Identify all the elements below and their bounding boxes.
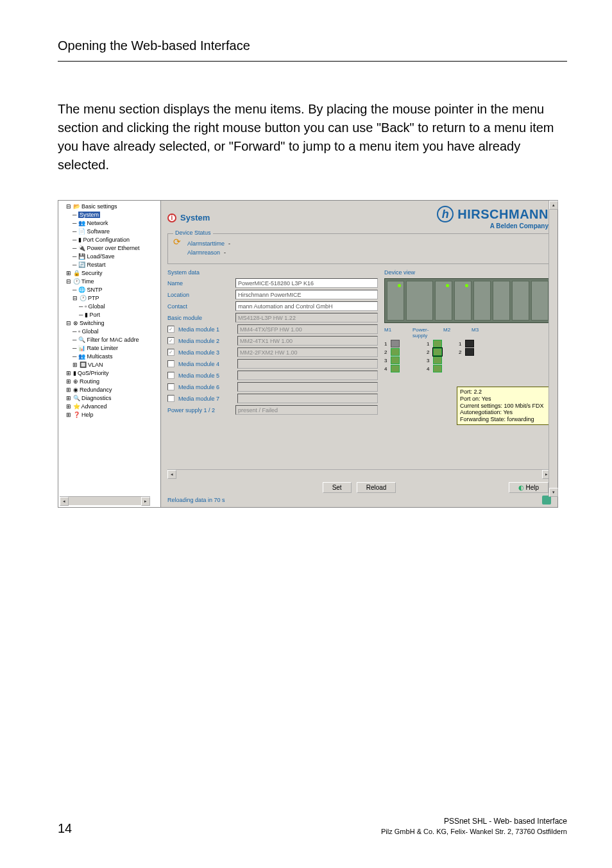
port-m1-3[interactable] (391, 356, 400, 364)
info-icon: i (167, 213, 176, 222)
mm2-input (237, 336, 378, 346)
alarm-reason-label: Alarmreason (187, 249, 220, 256)
mm7-label: Media module 7 (178, 396, 234, 402)
mm3-check[interactable]: ✓ (167, 349, 174, 356)
tree-scrollbar-h[interactable]: ◂ ▸ (60, 496, 150, 505)
tree-multicasts[interactable]: ─ 👥 Multicasts (72, 353, 159, 361)
reload-button[interactable]: Reload (357, 482, 396, 493)
port-m2-1[interactable] (433, 340, 442, 347)
location-input[interactable] (235, 290, 378, 299)
mm6-check[interactable] (167, 383, 174, 390)
nav-tree-panel: ⊟ 📂 Basic settings ─ System ─ 👥 Network … (58, 201, 161, 507)
mm3-label: Media module 3 (178, 349, 234, 356)
port-m2-2[interactable] (433, 348, 442, 356)
port-m1-1[interactable] (391, 340, 400, 347)
mm6-label: Media module 6 (178, 384, 234, 390)
tree-advanced[interactable]: ⊞ ⭐ Advanced (66, 403, 159, 411)
tree-software[interactable]: ─ 📄 Software (72, 228, 159, 236)
tree-ptp[interactable]: ⊟ 🕐 PTP ─ ▫ Global ─ ▮ Port (72, 294, 159, 319)
mm1-check[interactable]: ✓ (167, 326, 174, 333)
basic-module-label: Basic module (167, 315, 232, 321)
tree-security[interactable]: ⊞ 🔒 Security (66, 269, 159, 278)
tree-qos[interactable]: ⊞ ▮ QoS/Priority (66, 369, 159, 378)
port-m3-1[interactable] (465, 340, 474, 347)
tree-filter-mac[interactable]: ─ 🔍 Filter for MAC addre (72, 336, 159, 344)
device-chassis (384, 278, 551, 323)
page-number: 14 (58, 821, 72, 836)
mm4-label: Media module 4 (178, 361, 234, 367)
tree-routing[interactable]: ⊞ ⊕ Routing (66, 378, 159, 386)
port-m2-3[interactable] (433, 356, 442, 364)
content-scroll-down[interactable]: ▾ (549, 488, 558, 497)
tree-ptp-port[interactable]: ─ ▮ Port (79, 311, 159, 319)
port-m3-2[interactable] (465, 348, 474, 356)
help-button[interactable]: ◐ Help (509, 482, 548, 493)
mm1-label: Media module 1 (178, 326, 234, 333)
ps-label: Power supply 1 / 2 (167, 407, 232, 413)
mm4-input (237, 359, 378, 369)
contact-label: Contact (167, 303, 232, 310)
content-scroll-up[interactable]: ▴ (549, 201, 558, 210)
tooltip-autoneg: Autonegotiation: Yes (460, 409, 547, 416)
system-data-title: System data (167, 269, 378, 276)
tree-time[interactable]: ⊟ 🕐 Time ─ 🌐 SNTP ⊟ 🕐 PTP ─ ▫ Global ─ ▮… (66, 278, 159, 319)
content-scroll-left[interactable]: ◂ (167, 470, 176, 479)
mm5-label: Media module 5 (178, 372, 234, 379)
device-view-section: Device view M1 Power- (384, 269, 551, 468)
contact-input[interactable] (235, 301, 378, 311)
tree-network[interactable]: ─ 👥 Network (72, 219, 159, 228)
tree-switching[interactable]: ⊟ ⊗ Switching ─ ▫ Global ─ 🔍 Filter for … (66, 319, 159, 369)
brand-subtitle: A Belden Company (437, 222, 548, 230)
set-button[interactable]: Set (323, 482, 352, 493)
device-status-section: Device Status Alarmstarttime - Alarmreas… (167, 233, 551, 264)
device-view-title: Device view (384, 269, 551, 276)
tree-scroll-left[interactable]: ◂ (60, 497, 69, 506)
tooltip-port-on: Port on: Yes (460, 396, 547, 403)
tree-port-config[interactable]: ─ ▮ Port Configuration (72, 236, 159, 244)
tree-redundancy[interactable]: ⊞ ◉ Redundancy (66, 386, 159, 394)
tree-ptp-global[interactable]: ─ ▫ Global (79, 303, 159, 311)
name-input[interactable] (235, 278, 378, 288)
tree-rate-limiter[interactable]: ─ 📊 Rate Limiter (72, 344, 159, 353)
status-text: Reloading data in 70 s (167, 497, 225, 503)
tree-sntp[interactable]: ─ 🌐 SNTP (72, 286, 159, 294)
tree-restart[interactable]: ─ 🔄 Restart (72, 261, 159, 269)
page-header: Opening the Web-based Interface (58, 38, 567, 53)
mm4-check[interactable] (167, 360, 174, 367)
tree-sw-global[interactable]: ─ ▫ Global (72, 328, 159, 336)
basic-module-input (235, 313, 378, 322)
tree-load-save[interactable]: ─ 💾 Load/Save (72, 253, 159, 261)
port-tooltip: Port: 2.2 Port on: Yes Current settings:… (457, 387, 550, 425)
mm5-input (237, 371, 378, 380)
content-panel: i System h HIRSCHMANN A Belden Company D… (161, 201, 557, 507)
ps-input (235, 405, 378, 415)
port-m2-4[interactable] (433, 365, 442, 372)
tree-diagnostics[interactable]: ⊞ 🔍 Diagnostics (66, 394, 159, 403)
dv-col-m1: M1 (384, 327, 410, 338)
tree-help[interactable]: ⊞ ❓ Help (66, 411, 159, 419)
mm7-input (237, 394, 378, 403)
page-footer: 14 PSSnet SHL - Web- based Interface Pil… (58, 817, 567, 836)
tree-scroll-right[interactable]: ▸ (141, 497, 150, 506)
footer-title: PSSnet SHL - Web- based Interface (381, 817, 567, 827)
tree-basic-settings[interactable]: ⊟ 📂 Basic settings ─ System ─ 👥 Network … (66, 203, 159, 269)
tooltip-fwd: Forwarding State: forwarding (460, 416, 547, 423)
content-scrollbar-v[interactable]: ▴ ▾ (548, 201, 557, 497)
port-m1-4[interactable] (391, 365, 400, 372)
header-rule (58, 61, 567, 62)
mm5-check[interactable] (167, 372, 174, 379)
tree-poe[interactable]: ─ 🔌 Power over Ethernet (72, 244, 159, 253)
brand-logo-icon: h (437, 206, 454, 222)
port-m1-2[interactable] (391, 348, 400, 356)
tree-vlan[interactable]: ⊞ 🔲 VLAN (72, 361, 159, 369)
mm2-check[interactable]: ✓ (167, 337, 174, 344)
tree-system[interactable]: ─ System (72, 211, 159, 219)
tooltip-settings: Current settings: 100 Mbit/s FDX (460, 403, 547, 410)
dv-col-m3: M3 (472, 327, 497, 338)
alarm-start-label: Alarmstarttime (187, 240, 225, 247)
dv-col-ps: Power- supply (412, 327, 441, 338)
location-label: Location (167, 292, 232, 298)
mm7-check[interactable] (167, 395, 174, 402)
name-label: Name (167, 280, 232, 287)
content-scrollbar-h[interactable]: ◂ ▸ (167, 469, 551, 478)
